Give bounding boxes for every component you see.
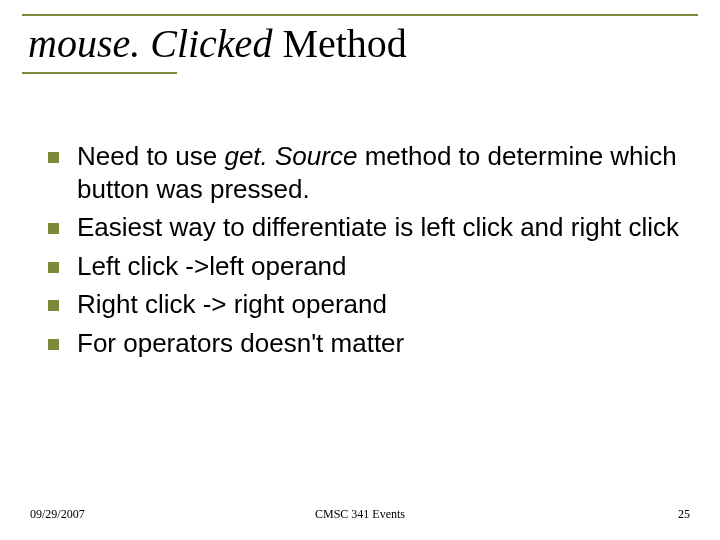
title-area: mouse. Clicked Method: [22, 14, 698, 74]
list-item: Need to use get. Source method to determ…: [48, 140, 680, 205]
bullet-text: Easiest way to differentiate is left cli…: [77, 211, 679, 244]
bullet-icon: [48, 262, 59, 273]
bullet-text: Right click -> right operand: [77, 288, 387, 321]
bullet-text: For operators doesn't matter: [77, 327, 404, 360]
title-rule-bottom: [22, 72, 177, 74]
text-pre: Left click ->left operand: [77, 251, 347, 281]
text-pre: Easiest way to differentiate is left cli…: [77, 212, 679, 242]
text-italic: get. Source: [224, 141, 357, 171]
bullet-icon: [48, 152, 59, 163]
title-rest: Method: [272, 21, 406, 66]
bullet-text: Need to use get. Source method to determ…: [77, 140, 680, 205]
list-item: For operators doesn't matter: [48, 327, 680, 360]
text-pre: Need to use: [77, 141, 224, 171]
bullet-text: Left click ->left operand: [77, 250, 347, 283]
bullet-icon: [48, 339, 59, 350]
slide-body: Need to use get. Source method to determ…: [48, 140, 680, 365]
text-pre: For operators doesn't matter: [77, 328, 404, 358]
text-pre: Right click -> right operand: [77, 289, 387, 319]
list-item: Left click ->left operand: [48, 250, 680, 283]
title-rule-top: [22, 14, 698, 16]
bullet-icon: [48, 300, 59, 311]
footer-center: CMSC 341 Events: [30, 507, 690, 522]
slide: mouse. Clicked Method Need to use get. S…: [0, 0, 720, 540]
list-item: Right click -> right operand: [48, 288, 680, 321]
footer-page-number: 25: [678, 507, 690, 522]
slide-title: mouse. Clicked Method: [28, 22, 698, 66]
list-item: Easiest way to differentiate is left cli…: [48, 211, 680, 244]
title-italic: mouse. Clicked: [28, 21, 272, 66]
bullet-icon: [48, 223, 59, 234]
